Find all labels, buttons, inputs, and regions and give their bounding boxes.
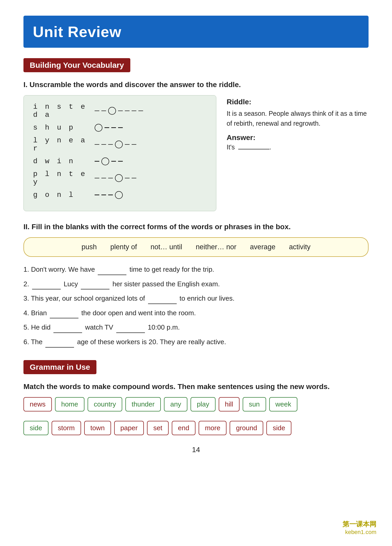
word-tag-sun: sun <box>243 397 266 411</box>
dash <box>132 111 136 111</box>
unscramble-box: i n s t e d a s h u p <box>23 95 216 211</box>
riddle-box: Riddle: It is a season. People always th… <box>227 95 369 211</box>
word-average: average <box>250 243 275 251</box>
blank-6-1 <box>45 347 74 348</box>
circle <box>108 107 116 115</box>
word-not-until: not… until <box>150 243 182 251</box>
scramble-word-6: g o n l <box>33 191 88 199</box>
dash <box>101 111 106 111</box>
word-push: push <box>82 243 97 251</box>
unit-review-header: Unit Review <box>23 16 369 48</box>
watermark-line2: keben1.com <box>342 529 376 536</box>
dash <box>118 111 123 111</box>
dash <box>111 127 116 128</box>
dash <box>101 144 106 145</box>
answer-underline <box>238 149 270 149</box>
sentence-5: 5. He did watch TV 10:00 p.m. <box>23 322 369 333</box>
dash <box>95 195 99 195</box>
unscramble-container: i n s t e d a s h u p <box>23 95 369 211</box>
blank-5-2 <box>116 332 145 333</box>
dash <box>95 144 99 145</box>
page-title: Unit Review <box>33 23 359 40</box>
blanks-5 <box>94 174 137 182</box>
blank-4-1 <box>50 318 78 318</box>
sentence-6: 6. The age of these workers is 20. They … <box>23 337 369 348</box>
blank-2-1 <box>32 289 61 289</box>
word-box: push plenty of not… until neither… nor a… <box>23 237 369 257</box>
compound-words-row-2: side storm town paper set end more groun… <box>23 421 369 435</box>
scramble-row-6: g o n l <box>33 191 207 199</box>
word-tag-any: any <box>164 397 187 411</box>
blank-2-2 <box>81 289 109 289</box>
riddle-text: It is a season. People always think of i… <box>227 109 369 128</box>
word-tag-week: week <box>269 397 298 411</box>
instruction-1: I. Unscramble the words and discover the… <box>23 81 369 89</box>
sentence-3: 3. This year, our school organized lots … <box>23 293 369 304</box>
circle <box>101 157 109 165</box>
circle <box>115 191 123 199</box>
dash <box>101 178 106 179</box>
dash <box>95 178 99 179</box>
blanks-6 <box>94 191 123 199</box>
word-tag-storm: storm <box>52 421 81 435</box>
compound-words-row-1: news home country thunder any play hill … <box>23 397 369 411</box>
dash <box>108 195 113 195</box>
dash <box>108 178 113 179</box>
dash <box>118 127 123 128</box>
dash <box>105 127 109 128</box>
scramble-row-4: d w i n <box>33 157 207 165</box>
watermark: 第一课本网 keben1.com <box>342 520 376 536</box>
circle <box>115 141 123 148</box>
word-tag-end: end <box>172 421 195 435</box>
word-tag-hill: hill <box>219 397 240 411</box>
fill-sentences: 1. Don't worry. We have time to get read… <box>23 264 369 348</box>
word-tag-country: country <box>88 397 122 411</box>
blank-5-1 <box>53 332 82 333</box>
dash <box>118 161 123 162</box>
grammar-section-label: Grammar in Use <box>23 360 96 374</box>
blanks-3 <box>94 141 137 148</box>
blanks-1 <box>94 107 144 115</box>
vocab-section-label: Building Your Vocabulary <box>23 58 130 72</box>
word-tag-paper: paper <box>114 421 144 435</box>
dash <box>101 195 106 195</box>
circle <box>95 124 102 132</box>
instruction-2: II. Fill in the blanks with the correct … <box>23 223 369 231</box>
answer-text: It's <box>227 143 235 151</box>
word-tag-news: news <box>23 397 52 411</box>
dash <box>111 161 116 162</box>
word-neither-nor: neither… nor <box>196 243 236 251</box>
word-tag-set: set <box>147 421 169 435</box>
word-tag-play: play <box>191 397 216 411</box>
dash <box>108 144 113 145</box>
page: Unit Review Building Your Vocabulary I. … <box>0 0 392 546</box>
sentence-2: 2. Lucy her sister passed the English ex… <box>23 279 369 290</box>
scramble-word-4: d w i n <box>33 157 88 165</box>
scramble-row-1: i n s t e d a <box>33 103 207 119</box>
dash <box>132 178 136 179</box>
circle <box>115 174 123 182</box>
scramble-row-3: l y n e a r <box>33 136 207 153</box>
word-plenty-of: plenty of <box>110 243 137 251</box>
watermark-line1: 第一课本网 <box>342 520 376 529</box>
blank-1-1 <box>98 275 126 275</box>
word-tag-more: more <box>199 421 226 435</box>
riddle-title: Riddle: <box>227 98 369 106</box>
scramble-word-5: p l n t e y <box>33 170 88 186</box>
answer-line: It's . <box>227 143 369 151</box>
blanks-2 <box>94 124 123 132</box>
grammar-instruction: Match the words to make compound words. … <box>23 383 369 391</box>
answer-title: Answer: <box>227 134 369 142</box>
dash <box>125 111 130 111</box>
scramble-word-2: s h u p <box>33 124 88 132</box>
word-tag-town: town <box>84 421 111 435</box>
word-tag-ground: ground <box>230 421 263 435</box>
dash <box>95 161 99 162</box>
scramble-word-3: l y n e a r <box>33 136 88 153</box>
page-number: 14 <box>23 446 369 454</box>
word-tag-thunder: thunder <box>125 397 161 411</box>
sentence-1: 1. Don't worry. We have time to get read… <box>23 264 369 275</box>
word-activity: activity <box>289 243 311 251</box>
word-tag-side-2: side <box>266 421 291 435</box>
blank-3-1 <box>148 304 177 304</box>
